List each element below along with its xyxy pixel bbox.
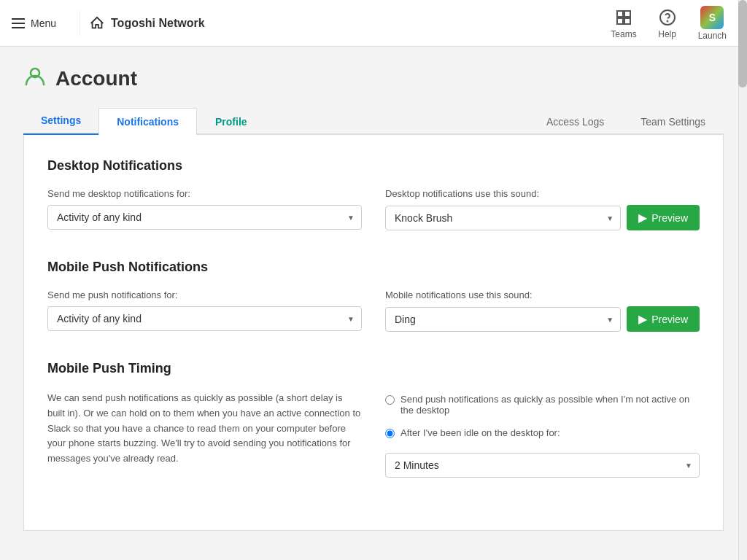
top-nav: Menu Togoshi Network Teams He xyxy=(0,0,747,47)
desktop-sound-label: Desktop notifications use this sound: xyxy=(385,188,700,199)
idle-select-wrapper: 1 Minute 2 Minutes 5 Minutes 10 Minutes … xyxy=(385,453,700,478)
teams-icon xyxy=(614,7,634,28)
timing-option2-label: After I've been idle on the desktop for: xyxy=(400,427,560,438)
mobile-sound-select[interactable]: Ding Knock Brush Plink Woosh None xyxy=(385,307,621,332)
mobile-sound-col: Mobile notifications use this sound: Din… xyxy=(385,289,700,332)
account-icon xyxy=(23,64,47,93)
desktop-sound-select-wrapper: Knock Brush Ding Plink Woosh None xyxy=(385,206,621,230)
mobile-sound-row: Ding Knock Brush Plink Woosh None ▶ Prev… xyxy=(385,306,700,332)
svg-rect-0 xyxy=(617,11,623,17)
mobile-preview-label: Preview xyxy=(651,314,688,325)
svg-rect-1 xyxy=(624,11,630,17)
desktop-send-label: Send me desktop notifications for: xyxy=(47,188,362,199)
home-icon xyxy=(89,15,105,31)
tab-notifications[interactable]: Notifications xyxy=(98,108,197,135)
page-title: Account xyxy=(55,67,137,90)
tabs: Settings Notifications Profile Access Lo… xyxy=(23,107,724,135)
launch-button[interactable]: S Launch xyxy=(689,1,735,45)
tab-settings[interactable]: Settings xyxy=(23,107,98,135)
mobile-send-label: Send me push notifications for: xyxy=(47,289,362,300)
desktop-send-col: Send me desktop notifications for: Activ… xyxy=(47,188,362,230)
mobile-timing-title: Mobile Push Timing xyxy=(47,361,700,376)
desktop-sound-select[interactable]: Knock Brush Ding Plink Woosh None xyxy=(385,206,621,230)
desktop-row: Send me desktop notifications for: Activ… xyxy=(47,188,700,230)
scrollbar-thumb[interactable] xyxy=(738,0,747,88)
scrollbar[interactable] xyxy=(738,0,747,548)
help-icon xyxy=(657,7,678,28)
mobile-send-col: Send me push notifications for: Activity… xyxy=(47,289,362,331)
topnav-right: Teams Help S Launch xyxy=(602,1,735,45)
tab-profile[interactable]: Profile xyxy=(197,108,266,135)
svg-rect-3 xyxy=(624,18,630,24)
svg-rect-2 xyxy=(617,18,623,24)
timing-option1[interactable]: Send push notifications as quickly as po… xyxy=(385,394,700,416)
timing-options: Send push notifications as quickly as po… xyxy=(385,391,700,478)
teams-label: Teams xyxy=(611,29,636,39)
timing-dropdown: 1 Minute 2 Minutes 5 Minutes 10 Minutes … xyxy=(385,453,700,478)
launch-icon: S xyxy=(700,6,724,29)
mobile-notifications-section: Mobile Push Notifications Send me push n… xyxy=(47,260,700,332)
help-button[interactable]: Help xyxy=(649,3,686,44)
mobile-sound-select-wrapper: Ding Knock Brush Plink Woosh None xyxy=(385,307,621,332)
desktop-notifications-section: Desktop Notifications Send me desktop no… xyxy=(47,158,700,230)
page-content: Account Settings Notifications Profile A… xyxy=(0,47,747,548)
mobile-notifications-title: Mobile Push Notifications xyxy=(47,260,700,275)
tab-access-logs[interactable]: Access Logs xyxy=(528,108,622,135)
play-icon: ▶ xyxy=(638,211,647,225)
svg-point-5 xyxy=(667,20,667,21)
tab-content: Desktop Notifications Send me desktop no… xyxy=(23,135,724,531)
mobile-preview-button[interactable]: ▶ Preview xyxy=(627,306,700,332)
timing-radio2[interactable] xyxy=(385,429,395,438)
desktop-notifications-title: Desktop Notifications xyxy=(47,158,700,174)
timing-option1-label: Send push notifications as quickly as po… xyxy=(400,394,700,416)
timing-body: We can send push notifications as quickl… xyxy=(47,391,700,478)
desktop-sound-col: Desktop notifications use this sound: Kn… xyxy=(385,188,700,230)
menu-label: Menu xyxy=(31,18,56,29)
tab-team-settings[interactable]: Team Settings xyxy=(622,108,724,135)
mobile-row: Send me push notifications for: Activity… xyxy=(47,289,700,332)
desktop-send-select[interactable]: Activity of any kind Direct messages onl… xyxy=(47,205,362,230)
launch-label: Launch xyxy=(698,31,727,41)
timing-description: We can send push notifications as quickl… xyxy=(47,391,362,478)
desktop-send-select-wrapper: Activity of any kind Direct messages onl… xyxy=(47,205,362,230)
mobile-send-select-wrapper: Activity of any kind Direct messages onl… xyxy=(47,306,362,331)
hamburger-icon xyxy=(12,18,25,28)
mobile-sound-label: Mobile notifications use this sound: xyxy=(385,289,700,300)
app-logo[interactable]: Togoshi Network xyxy=(89,15,205,31)
timing-radio1[interactable] xyxy=(385,395,395,405)
teams-button[interactable]: Teams xyxy=(602,3,645,44)
desktop-preview-label: Preview xyxy=(651,212,688,224)
app-name: Togoshi Network xyxy=(111,17,205,30)
help-label: Help xyxy=(658,29,676,39)
idle-time-select[interactable]: 1 Minute 2 Minutes 5 Minutes 10 Minutes … xyxy=(385,453,700,478)
desktop-sound-row: Knock Brush Ding Plink Woosh None ▶ Prev… xyxy=(385,205,700,230)
mobile-send-select[interactable]: Activity of any kind Direct messages onl… xyxy=(47,306,362,331)
timing-option2[interactable]: After I've been idle on the desktop for: xyxy=(385,427,700,438)
desktop-preview-button[interactable]: ▶ Preview xyxy=(627,205,700,230)
page-title-row: Account xyxy=(23,64,724,93)
mobile-play-icon: ▶ xyxy=(638,312,647,326)
menu-button[interactable]: Menu xyxy=(12,18,56,29)
mobile-timing-section: Mobile Push Timing We can send push noti… xyxy=(47,361,700,478)
